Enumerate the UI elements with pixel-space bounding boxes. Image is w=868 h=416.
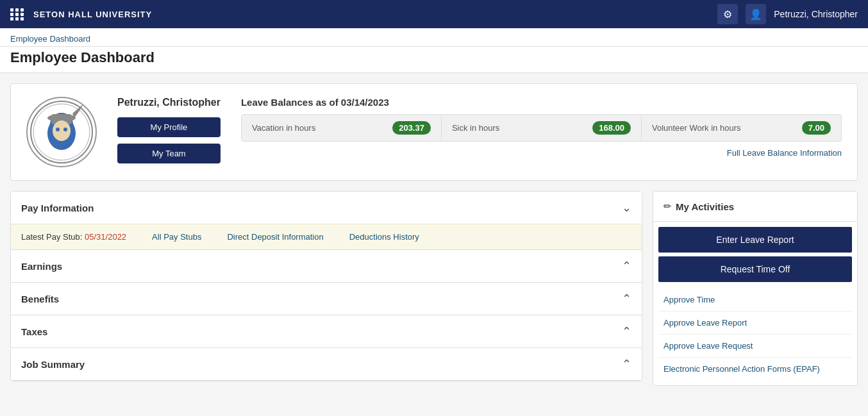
taxes-section: Taxes ⌃ — [11, 315, 642, 348]
sick-value: 168.00 — [592, 121, 631, 135]
two-column-layout: Pay Information ⌄ Latest Pay Stub: 05/31… — [10, 191, 858, 386]
my-activities-panel: ✏ My Activities Enter Leave Report Reque… — [653, 191, 858, 386]
earnings-title: Earnings — [21, 261, 62, 272]
leave-balances-title: Leave Balances as of 03/14/2023 — [241, 97, 842, 108]
volunteer-value: 7.00 — [802, 121, 831, 135]
pay-stub-row: Latest Pay Stub: 05/31/2022 All Pay Stub… — [11, 224, 642, 249]
breadcrumb-link[interactable]: Employee Dashboard — [10, 34, 90, 44]
job-summary-header[interactable]: Job Summary ⌃ — [11, 348, 642, 380]
user-icon[interactable]: 👤 — [746, 4, 766, 24]
full-leave-balance-link[interactable]: Full Leave Balance Information — [241, 148, 842, 158]
leave-balances-row: Vacation in hours 203.37 Sick in hours 1… — [241, 114, 842, 142]
sick-label: Sick in hours — [452, 123, 499, 133]
employee-info: Petruzzi, Christopher My Profile My Team — [117, 97, 221, 163]
pay-stub-date: 05/31/2022 — [85, 232, 126, 242]
avatar-area — [26, 97, 97, 167]
vacation-value: 203.37 — [392, 121, 431, 135]
breadcrumb: Employee Dashboard — [0, 28, 868, 47]
direct-deposit-link[interactable]: Direct Deposit Information — [227, 232, 323, 242]
my-profile-button[interactable]: My Profile — [117, 117, 221, 137]
taxes-header[interactable]: Taxes ⌃ — [11, 315, 642, 347]
settings-icon[interactable]: ⚙ — [717, 4, 738, 24]
user-name-label: Petruzzi, Christopher — [774, 9, 858, 19]
grid-menu-icon[interactable] — [10, 8, 24, 21]
latest-pay-stub-label: Latest Pay Stub: 05/31/2022 — [21, 232, 126, 242]
taxes-title: Taxes — [21, 326, 47, 337]
university-logo: SETON HALL UNIVERSITY — [33, 10, 717, 19]
benefits-header[interactable]: Benefits ⌃ — [11, 283, 642, 315]
my-team-button[interactable]: My Team — [117, 144, 221, 163]
activity-links-area: Approve Time Approve Leave Report Approv… — [653, 288, 857, 385]
enter-leave-report-button[interactable]: Enter Leave Report — [658, 227, 852, 253]
svg-point-7 — [56, 128, 60, 131]
pay-information-title: Pay Information — [21, 203, 94, 213]
employee-card: Petruzzi, Christopher My Profile My Team… — [10, 83, 858, 181]
request-time-off-button[interactable]: Request Time Off — [658, 256, 852, 282]
vacation-label: Vacation in hours — [252, 123, 316, 133]
my-activities-header: ✏ My Activities — [653, 192, 857, 222]
job-summary-chevron: ⌃ — [622, 357, 631, 371]
avatar — [26, 97, 97, 167]
leave-item-vacation: Vacation in hours 203.37 — [242, 115, 442, 141]
deductions-history-link[interactable]: Deductions History — [349, 232, 419, 242]
pay-info-chevron: ⌄ — [622, 201, 631, 215]
left-column: Pay Information ⌄ Latest Pay Stub: 05/31… — [10, 191, 642, 381]
approve-leave-report-link[interactable]: Approve Leave Report — [658, 312, 852, 335]
page-title: Employee Dashboard — [10, 49, 858, 66]
activity-buttons-area: Enter Leave Report Request Time Off — [653, 222, 857, 288]
benefits-chevron: ⌃ — [622, 292, 631, 306]
nav-icons-area: ⚙ 👤 Petruzzi, Christopher — [717, 4, 858, 24]
main-content: Petruzzi, Christopher My Profile My Team… — [0, 73, 868, 396]
pay-information-header[interactable]: Pay Information ⌄ — [11, 192, 642, 224]
taxes-chevron: ⌃ — [622, 324, 631, 338]
svg-point-6 — [53, 121, 71, 141]
top-navigation: SETON HALL UNIVERSITY ⚙ 👤 Petruzzi, Chri… — [0, 0, 868, 28]
benefits-title: Benefits — [21, 294, 59, 304]
approve-time-link[interactable]: Approve Time — [658, 288, 852, 312]
leave-item-sick: Sick in hours 168.00 — [442, 115, 642, 141]
leave-item-volunteer: Volunteer Work in hours 7.00 — [642, 115, 841, 141]
employee-name: Petruzzi, Christopher — [117, 97, 221, 108]
volunteer-label: Volunteer Work in hours — [652, 123, 741, 133]
pay-information-section: Pay Information ⌄ Latest Pay Stub: 05/31… — [11, 192, 642, 250]
avatar-image — [29, 100, 94, 164]
page-title-area: Employee Dashboard — [0, 47, 868, 73]
pencil-icon: ✏ — [664, 201, 672, 212]
job-summary-title: Job Summary — [21, 359, 85, 370]
earnings-header[interactable]: Earnings ⌃ — [11, 250, 642, 282]
leave-balances-section: Leave Balances as of 03/14/2023 Vacation… — [241, 97, 842, 158]
svg-point-8 — [63, 128, 67, 131]
earnings-chevron: ⌃ — [622, 259, 631, 273]
approve-leave-request-link[interactable]: Approve Leave Request — [658, 335, 852, 358]
benefits-section: Benefits ⌃ — [11, 283, 642, 315]
epaf-link[interactable]: Electronic Personnel Action Forms (EPAF) — [658, 358, 852, 380]
earnings-section: Earnings ⌃ — [11, 250, 642, 283]
job-summary-section: Job Summary ⌃ — [11, 348, 642, 381]
my-activities-title: My Activities — [676, 201, 734, 212]
all-pay-stubs-link[interactable]: All Pay Stubs — [152, 232, 201, 242]
